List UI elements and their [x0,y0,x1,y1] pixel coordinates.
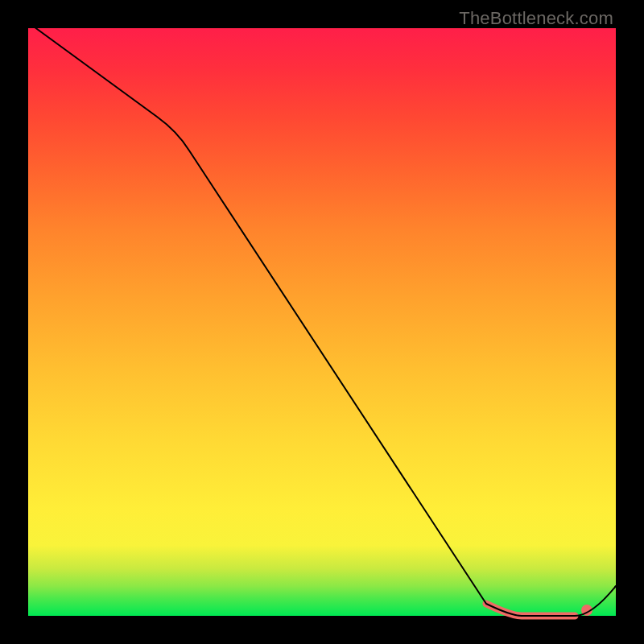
chart-svg [28,28,616,616]
plot-area [28,28,616,616]
watermark-text: TheBottleneck.com [459,8,613,29]
main-curve [28,23,616,616]
chart-frame: TheBottleneck.com [0,0,644,644]
